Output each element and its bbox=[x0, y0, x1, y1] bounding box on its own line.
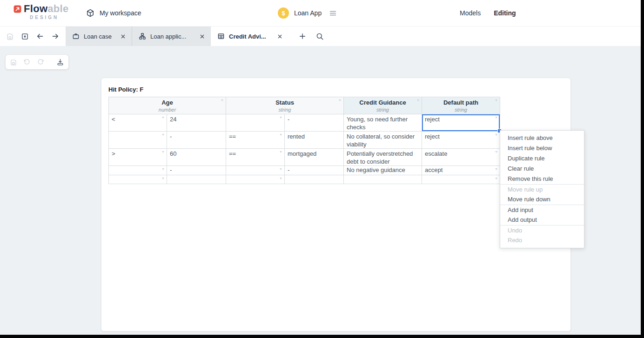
menu-item-duplicate-rule[interactable]: Duplicate rule bbox=[500, 153, 584, 164]
menu-item-move-rule-down[interactable]: Move rule down bbox=[500, 194, 584, 205]
chevron-down-icon[interactable]: ▼ bbox=[495, 167, 498, 171]
tab-strip-right-actions bbox=[288, 27, 324, 46]
deploy-button[interactable] bbox=[56, 58, 64, 66]
decision-table: Age number ▼ Status string ▼ Credit Guid… bbox=[108, 97, 500, 184]
menu-item-add-output[interactable]: Add output bbox=[500, 215, 584, 225]
save-button bbox=[10, 59, 17, 66]
age-value-cell[interactable]: - bbox=[167, 166, 226, 175]
undo-button bbox=[23, 59, 31, 66]
column-header-default-path[interactable]: Default path string ▼ bbox=[422, 97, 500, 114]
app-header: Flowable DESIGN My workspace $ Loan App … bbox=[0, 0, 644, 26]
logo-design-subtitle: DESIGN bbox=[24, 15, 69, 20]
status-operator-cell[interactable]: ▼ bbox=[226, 175, 285, 184]
new-tab-button[interactable] bbox=[298, 32, 307, 40]
column-header-age[interactable]: Age number ▼ bbox=[109, 97, 226, 114]
workspace-selector[interactable]: My workspace bbox=[86, 0, 141, 26]
chevron-down-icon[interactable]: ▼ bbox=[279, 150, 282, 154]
close-tab-icon[interactable] bbox=[277, 33, 283, 40]
age-operator-cell[interactable]: ▼ bbox=[109, 166, 167, 175]
header-row: Age number ▼ Status string ▼ Credit Guid… bbox=[109, 97, 500, 114]
status-operator-cell[interactable]: ==▼ bbox=[226, 149, 285, 166]
age-operator-cell[interactable]: >▼ bbox=[109, 149, 167, 166]
briefcase-icon bbox=[72, 33, 80, 40]
search-tabs-button[interactable] bbox=[315, 32, 324, 40]
default-path-cell[interactable]: accept▼ bbox=[422, 166, 500, 175]
chevron-down-icon[interactable]: ▼ bbox=[279, 116, 282, 119]
menu-item-clear-rule[interactable]: Clear rule bbox=[500, 164, 584, 174]
chevron-down-icon[interactable]: ▼ bbox=[495, 133, 498, 137]
decision-table-icon bbox=[217, 33, 225, 40]
age-operator-cell[interactable]: <▼ bbox=[109, 114, 167, 132]
chevron-down-icon[interactable]: ▼ bbox=[279, 177, 282, 180]
chevron-down-icon[interactable]: ▼ bbox=[495, 150, 498, 154]
chevron-down-icon[interactable]: ▼ bbox=[495, 99, 498, 102]
age-value-cell[interactable]: 60 bbox=[167, 149, 226, 166]
flowable-logo[interactable]: Flowable DESIGN bbox=[13, 4, 69, 20]
close-tab-icon[interactable] bbox=[120, 33, 126, 40]
chevron-down-icon[interactable]: ▼ bbox=[161, 177, 165, 180]
chevron-down-icon[interactable]: ▼ bbox=[161, 150, 165, 154]
nav-models[interactable]: Models bbox=[460, 9, 481, 17]
age-value-cell[interactable]: - bbox=[167, 132, 226, 149]
status-operator-cell[interactable]: ▼ bbox=[226, 166, 285, 175]
app-selector[interactable]: $ Loan App bbox=[278, 0, 337, 26]
default-path-cell-selected[interactable]: reject▼ bbox=[422, 114, 500, 132]
navigate-back-icon[interactable] bbox=[36, 32, 44, 40]
tab-loan-application[interactable]: Loan applic... bbox=[132, 27, 211, 46]
hamburger-menu-icon[interactable] bbox=[329, 9, 337, 18]
tab-label: Loan applic... bbox=[150, 33, 186, 40]
menu-item-move-rule-up: Move rule up bbox=[500, 184, 584, 194]
menu-item-redo: Redo bbox=[500, 235, 584, 245]
chevron-down-icon[interactable]: ▼ bbox=[221, 99, 224, 102]
status-value-cell[interactable]: - bbox=[285, 114, 344, 132]
chevron-down-icon[interactable]: ▼ bbox=[279, 167, 282, 171]
nav-editing[interactable]: Editing bbox=[494, 9, 516, 17]
menu-item-add-input[interactable]: Add input bbox=[500, 205, 584, 215]
credit-guidance-cell[interactable]: No collateral, so consider viability bbox=[344, 132, 422, 149]
chevron-down-icon[interactable]: ▼ bbox=[161, 133, 165, 137]
age-operator-cell[interactable]: ▼ bbox=[109, 175, 167, 184]
status-value-cell[interactable]: mortgaged bbox=[285, 149, 344, 166]
status-value-cell[interactable] bbox=[285, 175, 344, 184]
tab-loan-case[interactable]: Loan case bbox=[66, 27, 132, 46]
column-header-status[interactable]: Status string ▼ bbox=[226, 97, 344, 114]
chevron-down-icon[interactable]: ▼ bbox=[279, 133, 282, 137]
close-tab-icon[interactable] bbox=[199, 33, 205, 40]
menu-item-insert-rule-above[interactable]: Insert rule above bbox=[500, 133, 584, 143]
tab-strip-actions bbox=[0, 27, 66, 46]
chevron-down-icon[interactable]: ▼ bbox=[495, 177, 498, 180]
age-value-cell[interactable]: 24 bbox=[167, 114, 226, 132]
chevron-down-icon[interactable]: ▼ bbox=[338, 99, 342, 102]
default-path-cell[interactable]: ▼ bbox=[422, 175, 500, 184]
window-edge-right bbox=[641, 0, 644, 338]
rule-row: <▼ 24 ▼ - Young, so need further checks … bbox=[109, 114, 500, 132]
save-model-icon bbox=[6, 33, 14, 40]
rule-row: ▼ - ▼ - No negative guidance accept▼ bbox=[109, 166, 500, 175]
menu-item-remove-this-rule[interactable]: Remove this rule bbox=[500, 174, 584, 184]
chevron-down-icon[interactable]: ▼ bbox=[161, 116, 165, 119]
age-operator-cell[interactable]: ▼ bbox=[109, 132, 167, 149]
credit-guidance-cell[interactable]: No negative guidance bbox=[344, 166, 422, 175]
credit-guidance-cell[interactable] bbox=[344, 175, 422, 184]
chevron-down-icon[interactable]: ▼ bbox=[161, 167, 165, 171]
column-header-credit-guidance[interactable]: Credit Guidance string ▼ bbox=[344, 97, 422, 114]
redo-button bbox=[37, 59, 44, 66]
credit-guidance-cell[interactable]: Young, so need further checks bbox=[344, 114, 422, 132]
close-all-tabs-icon[interactable] bbox=[21, 33, 29, 40]
status-operator-cell[interactable]: ==▼ bbox=[226, 132, 285, 149]
dollar-icon: $ bbox=[278, 7, 289, 19]
credit-guidance-cell[interactable]: Potentially overstretched debt to consid… bbox=[344, 149, 422, 166]
navigate-forward-icon[interactable] bbox=[51, 32, 60, 40]
menu-item-insert-rule-below[interactable]: Insert rule below bbox=[500, 143, 584, 153]
default-path-cell[interactable]: escalate▼ bbox=[422, 149, 500, 166]
default-path-cell[interactable]: reject▼ bbox=[422, 132, 500, 149]
status-operator-cell[interactable]: ▼ bbox=[226, 114, 285, 132]
status-value-cell[interactable]: rented bbox=[285, 132, 344, 149]
chevron-down-icon[interactable]: ▼ bbox=[416, 99, 420, 102]
rule-row: ▼ - ==▼ rented No collateral, so conside… bbox=[109, 132, 500, 149]
status-value-cell[interactable]: - bbox=[285, 166, 344, 175]
process-icon bbox=[139, 33, 146, 40]
chevron-down-icon[interactable]: ▼ bbox=[495, 116, 498, 119]
age-value-cell[interactable] bbox=[167, 175, 226, 184]
tab-credit-advice[interactable]: Credit Advi... bbox=[211, 27, 288, 46]
